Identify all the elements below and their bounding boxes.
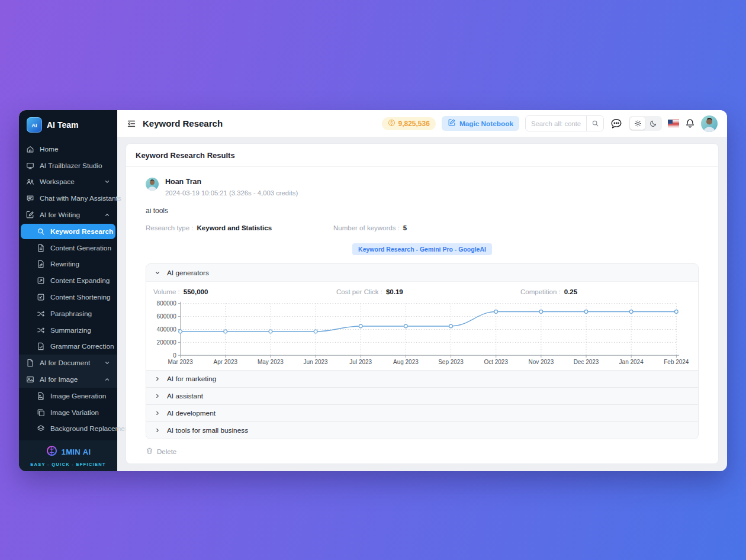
brain-icon: [46, 445, 58, 459]
search-button[interactable]: [586, 116, 603, 131]
keywords-accordion: AI generators Volume :550,000 Cost per C…: [146, 263, 699, 439]
sidebar-item-ai-trailblazer-studio[interactable]: AI Trailblazer Studio: [19, 157, 117, 174]
shuffle-icon: [37, 310, 45, 318]
brand[interactable]: AI AI Team: [19, 110, 117, 140]
research-type-value: Keyword and Statistics: [197, 224, 272, 231]
chevron-down-icon: [104, 360, 110, 366]
svg-text:800000: 800000: [157, 300, 177, 307]
sidebar-item-summarizing[interactable]: Summarizing: [19, 322, 117, 339]
volume-stat: Volume :550,000: [153, 288, 336, 295]
search-volume-chart: 0200000400000600000800000Mar 2023Apr 202…: [152, 300, 692, 368]
sidebar-item-label: Content Expanding: [50, 276, 110, 285]
svg-text:Jan 2024: Jan 2024: [619, 359, 644, 365]
sidebar-item-keyword-research[interactable]: Keyword Research: [21, 224, 115, 239]
sidebar-item-rewriting[interactable]: Rewriting: [19, 256, 117, 273]
document-icon: [26, 359, 34, 367]
volume-value: 550,000: [184, 288, 208, 295]
sidebar-item-chat-with-many-assistants[interactable]: Chat with Many Assistants: [19, 190, 117, 207]
svg-text:200000: 200000: [157, 339, 177, 346]
footer-brand-name: 1MIN AI: [62, 448, 91, 456]
sidebar-item-workspace[interactable]: Workspace: [19, 174, 117, 191]
sidebar-item-label: Keyword Research: [50, 227, 113, 236]
competition-label: Competition :: [520, 288, 561, 295]
sidebar-item-label: Paraphrasing: [50, 310, 92, 318]
research-type: Research type :Keyword and Statistics: [146, 224, 333, 231]
sidebar-item-content-generation[interactable]: Content Generation: [19, 240, 117, 256]
svg-text:Sep 2023: Sep 2023: [438, 359, 464, 365]
sidebar-item-ai-for-writing[interactable]: AI for Writing: [19, 207, 117, 223]
chevron-down-icon: [155, 270, 160, 276]
keyword-row-ai-generators[interactable]: AI generators: [146, 264, 698, 281]
sidebar-collapse-icon[interactable]: [127, 119, 136, 128]
results-card: Keyword Research Results Hoan Tran 2024-…: [126, 143, 719, 464]
sidebar-item-ai-for-image[interactable]: AI for Image: [19, 371, 117, 388]
sidebar-item-home[interactable]: Home: [19, 141, 117, 157]
result-timestamp: 2024-03-19 10:05:21 (3.326s - 4,003 cred…: [165, 189, 298, 197]
svg-text:Mar 2023: Mar 2023: [168, 359, 194, 365]
svg-text:Jun 2023: Jun 2023: [304, 359, 329, 365]
chevron-up-icon: [104, 212, 110, 218]
language-flag-us[interactable]: [668, 120, 679, 127]
sidebar-item-label: Grammar Correction: [50, 342, 114, 350]
credits-badge[interactable]: 9,825,536: [382, 117, 436, 130]
volume-label: Volume :: [153, 288, 180, 295]
notifications-bell-icon[interactable]: [685, 118, 695, 128]
sidebar-item-image-generation[interactable]: Image Generation: [19, 388, 117, 404]
author-name: Hoan Tran: [165, 178, 298, 186]
magic-notebook-button[interactable]: Magic Notebook: [442, 116, 519, 131]
keyword-name: AI assistant: [167, 392, 203, 400]
sidebar-item-ai-for-document[interactable]: AI for Document: [19, 355, 117, 371]
keyword-row-ai-tools-for-small-business[interactable]: AI tools for small business: [146, 421, 698, 439]
model-tag[interactable]: Keyword Research - Gemini Pro - GoogleAI: [352, 243, 492, 255]
search-input[interactable]: [526, 116, 586, 131]
competition-stat: Competition :0.25: [520, 288, 577, 295]
shorten-icon: [37, 293, 45, 301]
keywords-count-label: Number of keywords :: [333, 224, 400, 231]
sidebar-item-image-variation[interactable]: Image Variation: [19, 404, 117, 421]
background-icon: [37, 424, 45, 433]
sidebar-item-label: Workspace: [40, 178, 75, 186]
delete-button[interactable]: Delete: [146, 447, 176, 456]
rewrite-icon: [37, 260, 45, 268]
keyword-row-ai-for-marketing[interactable]: AI for marketing: [146, 370, 698, 387]
write-icon: [26, 211, 34, 219]
sidebar-item-label: Rewriting: [50, 260, 79, 268]
sidebar-item-label: Image Variation: [50, 408, 99, 417]
collapsed-keyword-rows: AI for marketingAI assistantAI developme…: [146, 370, 698, 439]
cpc-label: Cost per Click :: [336, 288, 382, 295]
feedback-chat-icon[interactable]: [610, 117, 623, 130]
keyword-row-ai-development[interactable]: AI development: [146, 404, 698, 421]
model-tag-row: Keyword Research - Gemini Pro - GoogleAI: [146, 243, 699, 255]
home-icon: [26, 145, 34, 153]
dark-mode-button[interactable]: [645, 117, 661, 130]
chevron-down-icon: [104, 179, 110, 185]
competition-value: 0.25: [564, 288, 577, 295]
expand-icon: [37, 276, 45, 285]
page-title: Keyword Research: [143, 118, 223, 128]
one-min-ai-brand[interactable]: 1MIN AI: [46, 445, 91, 459]
svg-text:600000: 600000: [157, 313, 177, 320]
sidebar-item-label: AI for Writing: [40, 211, 80, 219]
sidebar-item-content-shortening[interactable]: Content Shortening: [19, 289, 117, 305]
sidebar-item-grammar-correction[interactable]: Grammar Correction: [19, 339, 117, 355]
svg-text:Apr 2023: Apr 2023: [213, 359, 237, 365]
keyword-row-ai-assistant[interactable]: AI assistant: [146, 387, 698, 404]
sidebar-item-label: Image Generation: [50, 392, 106, 400]
keyword-name: AI tools for small business: [167, 426, 248, 435]
chevron-right-icon: [155, 427, 160, 433]
monitor-icon: [26, 162, 34, 170]
keyword-stats-row: Volume :550,000 Cost per Click :$0.19 Co…: [152, 285, 692, 300]
workspace-icon: [26, 178, 34, 186]
sidebar-item-label: Home: [40, 145, 58, 153]
sidebar-item-content-expanding[interactable]: Content Expanding: [19, 272, 117, 289]
user-avatar[interactable]: [701, 115, 718, 132]
sidebar-item-paraphrasing[interactable]: Paraphrasing: [19, 305, 117, 322]
sidebar-item-label: AI for Document: [40, 359, 90, 367]
results-card-body: Hoan Tran 2024-03-19 10:05:21 (3.326s - …: [126, 167, 718, 464]
sidebar: AI AI Team HomeAI Trailblazer StudioWork…: [19, 110, 117, 471]
app-window: AI AI Team HomeAI Trailblazer StudioWork…: [19, 110, 727, 471]
sidebar-item-background-replacement[interactable]: Background Replacement: [19, 421, 117, 437]
chat-icon: [26, 194, 34, 202]
light-mode-button[interactable]: [630, 117, 645, 130]
svg-text:Feb 2024: Feb 2024: [664, 359, 689, 365]
